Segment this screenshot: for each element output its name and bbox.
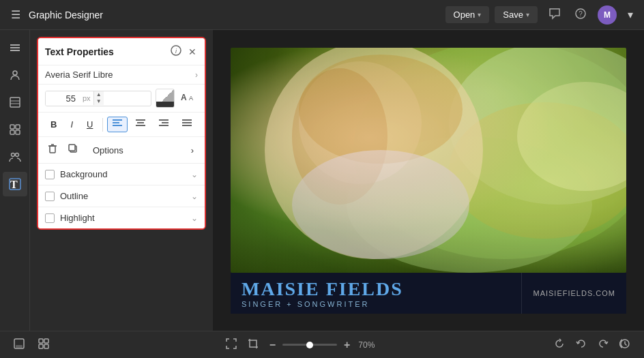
font-name-label: Averia Serif Libre	[45, 70, 113, 80]
person-icon	[9, 69, 21, 81]
svg-rect-11	[10, 130, 14, 134]
svg-rect-9	[10, 125, 14, 129]
svg-rect-37	[69, 145, 75, 151]
svg-rect-27	[159, 119, 169, 121]
canvas-area: MAISIE FIELDS SINGER + SONGWRITER MAISIE…	[213, 30, 644, 331]
topbar-right: ? M ▾	[546, 5, 636, 25]
crop-button[interactable]	[245, 335, 261, 354]
size-up-button[interactable]: ▲	[94, 91, 104, 98]
font-size-input[interactable]	[46, 91, 80, 106]
sidebar-item-layers[interactable]	[3, 90, 27, 115]
layers-icon	[9, 96, 21, 108]
highlight-label: Highlight	[60, 213, 95, 223]
options-button[interactable]: Options ›	[89, 143, 198, 158]
delete-button[interactable]	[45, 141, 60, 159]
font-selector[interactable]: Averia Serif Libre ›	[38, 65, 205, 85]
bold-button[interactable]: B	[45, 117, 62, 132]
undo-button[interactable]	[573, 335, 589, 354]
bar-left: MAISIE FIELDS SINGER + SONGWRITER	[231, 273, 521, 314]
avatar[interactable]: M	[598, 5, 617, 25]
open-chevron-icon: ▾	[478, 11, 481, 18]
svg-rect-22	[113, 122, 119, 123]
crop-icon	[248, 338, 259, 349]
color-swatch[interactable]	[156, 89, 175, 108]
history-button[interactable]	[617, 335, 633, 354]
zoom-track[interactable]	[282, 344, 337, 346]
fit-screen-button[interactable]	[223, 335, 239, 354]
layers-bottom-icon	[14, 338, 25, 349]
svg-rect-2	[10, 44, 20, 46]
canvas-background	[231, 48, 626, 273]
info-icon: i	[171, 45, 181, 56]
panel-close-button[interactable]: ✕	[187, 45, 198, 59]
svg-rect-53	[44, 344, 48, 348]
sidebar-item-menu[interactable]	[3, 35, 27, 60]
svg-rect-32	[182, 125, 192, 126]
help-button[interactable]: ?	[572, 5, 589, 25]
svg-rect-28	[162, 122, 169, 123]
open-button[interactable]: Open ▾	[445, 6, 490, 23]
svg-text:A: A	[189, 95, 193, 102]
actions-row: Options ›	[38, 137, 205, 164]
align-center-button[interactable]	[130, 117, 151, 132]
sidebar-item-text[interactable]: T	[3, 172, 27, 196]
svg-rect-33	[50, 146, 55, 153]
align-justify-button[interactable]	[177, 117, 197, 132]
svg-rect-52	[39, 344, 43, 348]
save-button[interactable]: Save ▾	[495, 6, 538, 23]
svg-text:i: i	[175, 48, 177, 55]
zoom-out-button[interactable]: −	[267, 336, 278, 354]
panel-info-button[interactable]: i	[169, 44, 183, 59]
align-right-button[interactable]	[153, 117, 174, 132]
bottombar: − + 70%	[0, 331, 644, 358]
svg-text:A: A	[181, 93, 187, 102]
size-down-button[interactable]: ▼	[94, 98, 104, 105]
redo-button[interactable]	[595, 335, 611, 354]
color-swatch-inner	[156, 102, 174, 107]
trash-icon	[47, 143, 58, 154]
hamburger-menu-button[interactable]: ☰	[8, 5, 23, 24]
account-chevron-icon[interactable]: ▾	[625, 5, 636, 24]
background-chevron-icon: ⌄	[191, 170, 198, 179]
chat-button[interactable]	[546, 5, 564, 25]
size-spinners: ▲ ▼	[93, 91, 104, 105]
reset-button[interactable]	[551, 335, 568, 354]
align-left-button[interactable]	[107, 117, 128, 132]
outline-section[interactable]: Outline ⌄	[38, 185, 205, 207]
sidebar-item-panels[interactable]	[3, 117, 27, 142]
duplicate-button[interactable]	[65, 141, 80, 159]
outline-checkbox[interactable]	[45, 192, 55, 201]
font-chevron-icon: ›	[195, 70, 198, 80]
zoom-in-button[interactable]: +	[341, 336, 353, 354]
size-input-wrap: px ▲ ▼	[45, 91, 151, 106]
layers-toggle-button[interactable]	[11, 335, 27, 354]
zoom-thumb[interactable]	[306, 342, 313, 348]
zoom-level-label: 70%	[358, 340, 380, 350]
sidebar-item-users[interactable]	[3, 145, 27, 169]
highlight-section-left: Highlight	[45, 213, 95, 223]
highlight-checkbox[interactable]	[45, 213, 55, 223]
main-area: T Text Properties i ✕	[0, 30, 644, 331]
svg-rect-3	[10, 47, 20, 48]
svg-rect-26	[136, 125, 145, 126]
svg-rect-49	[16, 345, 23, 348]
bottom-center: − + 70%	[223, 335, 381, 354]
undo-icon	[576, 338, 587, 349]
underline-button[interactable]: U	[81, 117, 98, 132]
bar-right: MAISIEFIELDS.COM	[521, 273, 626, 314]
grid-toggle-button[interactable]	[35, 335, 52, 354]
svg-rect-50	[39, 339, 43, 343]
background-checkbox[interactable]	[45, 170, 55, 179]
svg-point-47	[292, 150, 469, 259]
svg-rect-30	[182, 119, 192, 121]
text-case-button[interactable]: A A	[179, 90, 198, 107]
bar-artist-subtitle: SINGER + SONGWRITER	[241, 300, 510, 308]
sidebar-item-profile[interactable]	[3, 63, 27, 87]
panel-header: Text Properties i ✕	[38, 38, 205, 65]
svg-point-14	[15, 153, 18, 157]
background-section[interactable]: Background ⌄	[38, 164, 205, 185]
size-unit-label: px	[80, 94, 93, 102]
italic-button[interactable]: I	[65, 117, 78, 132]
bar-artist-name: MAISIE FIELDS	[241, 278, 510, 300]
highlight-section[interactable]: Highlight ⌄	[38, 207, 205, 228]
